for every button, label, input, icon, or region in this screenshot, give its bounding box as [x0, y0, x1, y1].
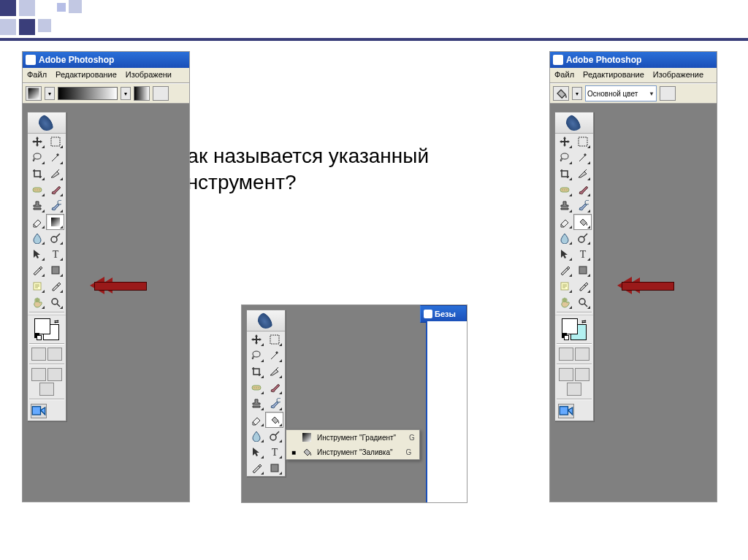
standard-mode-button[interactable] [31, 348, 46, 361]
quickmask-mode-button[interactable] [47, 348, 62, 361]
eyedropper-tool[interactable] [573, 278, 592, 294]
path-select-tool[interactable] [555, 246, 573, 262]
toolbox-header[interactable] [247, 310, 285, 331]
blur-tool[interactable] [555, 230, 573, 246]
menu-file[interactable]: Файл [550, 68, 579, 83]
swap-colors-icon[interactable]: ⇄ [54, 318, 59, 325]
lasso-tool[interactable] [247, 348, 265, 364]
gradient-picker-dropdown[interactable]: ▾ [121, 87, 131, 100]
gradient-extra-button[interactable] [153, 86, 169, 101]
fg-bg-colors[interactable]: ⇄ [562, 318, 587, 340]
screen-full-menu-button[interactable] [47, 368, 62, 381]
jump-imageready-button[interactable] [31, 404, 47, 418]
type-tool[interactable]: T [573, 246, 592, 262]
eraser-tool[interactable] [555, 214, 573, 230]
history-brush-tool[interactable] [265, 396, 283, 412]
screen-std-button[interactable] [31, 368, 46, 381]
window-titlebar[interactable]: Adobe Photoshop [23, 52, 189, 68]
healing-tool[interactable] [28, 182, 46, 198]
healing-tool[interactable] [247, 380, 265, 396]
quickmask-mode-button[interactable] [575, 348, 589, 361]
eraser-tool[interactable] [28, 214, 46, 230]
healing-tool[interactable] [555, 182, 573, 198]
standard-mode-button[interactable] [559, 348, 573, 361]
path-select-tool[interactable] [28, 246, 46, 262]
type-tool[interactable]: T [46, 246, 64, 262]
foreground-color[interactable] [34, 318, 50, 334]
lasso-tool[interactable] [555, 150, 573, 166]
toolbox-header[interactable] [555, 112, 593, 134]
crop-tool[interactable] [247, 364, 265, 380]
stamp-tool[interactable] [247, 396, 265, 412]
wand-tool[interactable] [265, 348, 283, 364]
gradient-tool-indicator[interactable] [26, 86, 42, 101]
pen-tool[interactable] [247, 460, 265, 476]
zoom-tool[interactable] [573, 294, 592, 310]
fill-source-select[interactable]: Основной цвет ▼ [585, 85, 657, 101]
notes-tool[interactable] [28, 278, 46, 294]
swap-colors-icon[interactable]: ⇄ [581, 318, 587, 325]
tool-preset-dropdown[interactable]: ▾ [572, 87, 582, 100]
screen-full-button[interactable] [567, 383, 581, 396]
toolbox-header[interactable] [28, 112, 66, 134]
bucket-tool-indicator[interactable] [553, 86, 569, 101]
foreground-color[interactable] [562, 318, 578, 334]
marquee-tool[interactable] [573, 134, 592, 150]
tool-preset-dropdown[interactable]: ▾ [45, 87, 55, 100]
path-select-tool[interactable] [247, 444, 265, 460]
menu-edit[interactable]: Редактирование [51, 68, 121, 83]
brush-tool[interactable] [573, 182, 592, 198]
crop-tool[interactable] [555, 166, 573, 182]
flyout-item-gradient[interactable]: Инструмент "Градиент" G [286, 430, 419, 445]
document-titlebar[interactable]: Безы [420, 305, 467, 323]
screen-std-button[interactable] [559, 368, 573, 381]
brush-tool[interactable] [46, 182, 64, 198]
gradient-tool[interactable] [46, 214, 64, 230]
slice-tool[interactable] [265, 364, 283, 380]
zoom-tool[interactable] [46, 294, 64, 310]
gradient-tool[interactable] [573, 214, 592, 230]
fg-bg-colors[interactable]: ⇄ [34, 318, 59, 340]
marquee-tool[interactable] [46, 134, 64, 150]
screen-full-button[interactable] [39, 383, 54, 396]
pen-tool[interactable] [28, 262, 46, 278]
menu-image[interactable]: Изображени [121, 68, 176, 83]
options-extra-button[interactable] [660, 86, 676, 101]
window-titlebar[interactable]: Adobe Photoshop [550, 52, 717, 68]
pen-tool[interactable] [555, 262, 573, 278]
flyout-item-bucket[interactable]: ■ Инструмент "Заливка" G [286, 445, 419, 459]
wand-tool[interactable] [573, 150, 592, 166]
stamp-tool[interactable] [28, 198, 46, 214]
slice-tool[interactable] [46, 166, 64, 182]
screen-full-menu-button[interactable] [575, 368, 589, 381]
brush-tool[interactable] [265, 380, 283, 396]
menu-edit[interactable]: Редактирование [579, 68, 649, 83]
blur-tool[interactable] [247, 428, 265, 444]
default-colors-icon[interactable] [34, 333, 42, 340]
gradient-preview[interactable] [58, 87, 118, 100]
lasso-tool[interactable] [28, 150, 46, 166]
hand-tool[interactable] [28, 294, 46, 310]
blur-tool[interactable] [28, 230, 46, 246]
history-brush-tool[interactable] [46, 198, 64, 214]
gradient-tool[interactable] [265, 412, 283, 428]
shape-tool[interactable] [265, 460, 283, 476]
wand-tool[interactable] [46, 150, 64, 166]
dodge-tool[interactable] [573, 230, 592, 246]
type-tool[interactable]: T [265, 444, 283, 460]
slice-tool[interactable] [573, 166, 592, 182]
dodge-tool[interactable] [46, 230, 64, 246]
move-tool[interactable] [28, 134, 46, 150]
shape-tool[interactable] [46, 262, 64, 278]
crop-tool[interactable] [28, 166, 46, 182]
eyedropper-tool[interactable] [46, 278, 64, 294]
history-brush-tool[interactable] [573, 198, 592, 214]
eraser-tool[interactable] [247, 412, 265, 428]
move-tool[interactable] [555, 134, 573, 150]
menu-file[interactable]: Файл [23, 68, 51, 83]
gradient-linear-button[interactable] [134, 86, 150, 101]
hand-tool[interactable] [555, 294, 573, 310]
marquee-tool[interactable] [265, 331, 283, 348]
jump-imageready-button[interactable] [558, 404, 574, 418]
move-tool[interactable] [247, 331, 265, 348]
